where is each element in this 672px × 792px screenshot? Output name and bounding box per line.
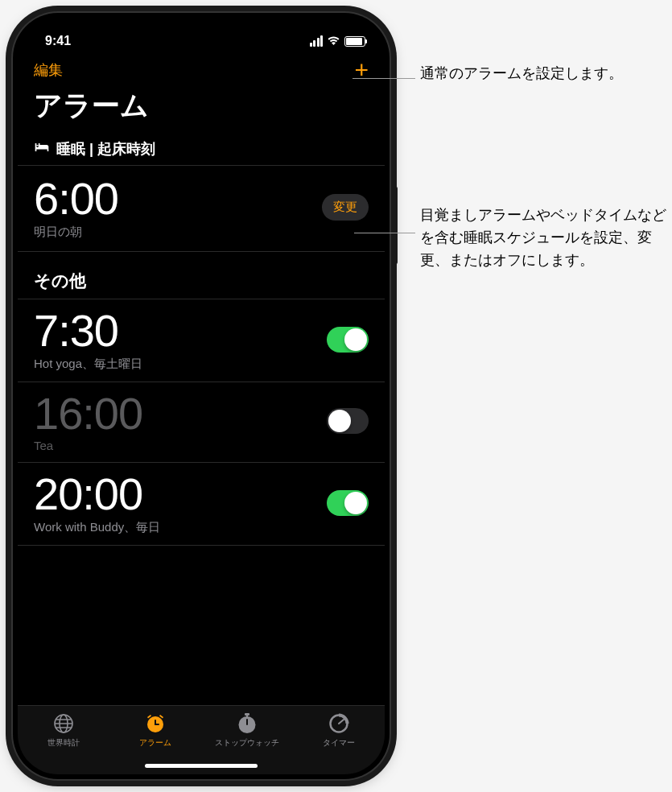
home-indicator[interactable] [145,764,258,768]
alarm-time: 20:00 [34,471,160,518]
notch [117,18,286,43]
alarm-label: Work with Buddy、毎日 [34,520,160,535]
edit-button[interactable]: 編集 [34,60,63,80]
alarm-label: Tea [34,439,142,452]
alarm-toggle[interactable] [327,327,369,353]
cellular-signal-icon [310,35,324,47]
status-time: 9:41 [37,34,71,48]
tab-timer[interactable]: タイマー [293,712,385,774]
screen: 9:41 編集 + アラーム 睡眠 | 起床時刻 6:00 明日の朝 [18,18,385,774]
volume-down-button [6,235,10,285]
callout-add-alarm: 通常のアラームを設定します。 [420,63,623,85]
alarm-row[interactable]: 20:00 Work with Buddy、毎日 [18,463,385,546]
svg-rect-10 [246,715,248,717]
alarm-row[interactable]: 16:00 Tea [18,382,385,464]
alarm-time: 16:00 [34,390,142,438]
wifi-icon [327,34,340,48]
tab-bar: 世界時計 アラーム ストップウォッチ タイマー [18,705,385,774]
bed-icon [34,141,50,158]
tab-label: 世界時計 [47,737,80,749]
alarm-toggle[interactable] [327,408,369,434]
callout-leader [352,78,415,79]
alarm-time: 7:30 [34,307,142,355]
tab-world-clock[interactable]: 世界時計 [18,712,109,774]
svg-rect-7 [155,724,159,725]
callout-leader [354,233,415,233]
power-button [394,187,398,264]
sleep-section-header: 睡眠 | 起床時刻 [18,136,385,166]
other-section-header: その他 [18,252,385,299]
change-sleep-schedule-button[interactable]: 変更 [322,194,369,221]
alarm-label: Hot yoga、毎土曜日 [34,357,142,372]
tab-label: アラーム [139,737,171,749]
mute-switch [6,126,10,155]
nav-bar: 編集 + [18,56,385,85]
sleep-section-title: 睡眠 | 起床時刻 [56,139,155,159]
svg-line-13 [339,720,344,724]
sleep-alarm-row[interactable]: 6:00 明日の朝 変更 [18,166,385,252]
sleep-alarm-time: 6:00 [34,175,118,223]
page-title: アラーム [18,85,385,136]
iphone-frame: 9:41 編集 + アラーム 睡眠 | 起床時刻 6:00 明日の朝 [13,13,390,779]
tab-label: タイマー [323,737,355,749]
battery-icon [344,36,365,47]
tab-label: ストップウォッチ [215,737,279,749]
svg-rect-11 [246,719,248,725]
alarm-row[interactable]: 7:30 Hot yoga、毎土曜日 [18,299,385,382]
sleep-alarm-subtitle: 明日の朝 [34,225,118,240]
callout-change-schedule: 目覚ましアラームやベッドタイムなどを含む睡眠スケジュールを設定、変更、またはオフ… [420,204,672,272]
alarm-toggle[interactable] [327,490,369,516]
volume-up-button [6,174,10,224]
